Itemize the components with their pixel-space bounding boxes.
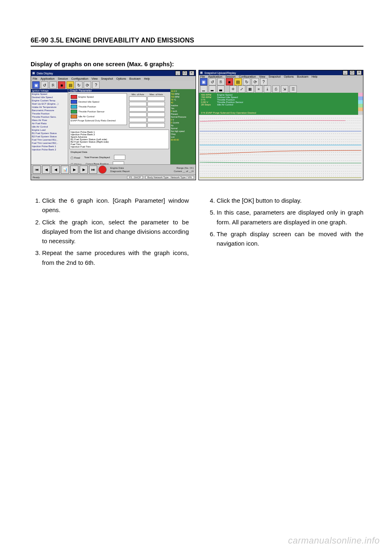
sidebar-item[interactable]: Engine Coolant Temp.: [31, 99, 68, 102]
menu-file[interactable]: File: [200, 75, 205, 78]
menubar[interactable]: File Application Session Configuration V…: [199, 75, 363, 78]
sidebar-item[interactable]: Desired Idle Speed: [31, 96, 68, 99]
menu-file[interactable]: File: [33, 77, 37, 80]
minimize-icon[interactable]: _: [175, 71, 180, 76]
menu-help[interactable]: Help: [312, 75, 317, 78]
toolbar-icon[interactable]: ↺: [41, 81, 48, 89]
sidebar-item[interactable]: Start Up ECT (Engine...): [31, 102, 68, 105]
cursor-pos-field[interactable]: [113, 161, 124, 164]
menu-bootcam[interactable]: Bootcam: [297, 75, 308, 78]
settings-icon[interactable]: ☰: [290, 85, 297, 93]
nav-next-icon[interactable]: ▶: [80, 166, 88, 174]
menubar[interactable]: File Application Session Configuration V…: [31, 76, 196, 81]
nav-rev-icon[interactable]: ◀: [51, 166, 60, 174]
max-field[interactable]: [147, 123, 165, 128]
min-field[interactable]: [129, 112, 147, 117]
list-item[interactable]: Injection Fuel Trim: [71, 145, 168, 148]
color-swatch-icon[interactable]: [71, 100, 77, 104]
graph-6-icon[interactable]: 📊: [61, 166, 69, 174]
sidebar-item[interactable]: B2 Fuel System Status: [31, 135, 68, 138]
min-field[interactable]: [129, 102, 147, 106]
sidebar-item[interactable]: Fuel Trim Learned B2(...: [31, 141, 68, 145]
sidebar-item[interactable]: Fuel Trim Learned B1(...: [31, 138, 68, 141]
maximize-icon[interactable]: ▢: [182, 71, 187, 76]
color-swatch-icon[interactable]: [71, 114, 77, 119]
minimize-icon[interactable]: _: [343, 70, 348, 75]
parameter-sidebar[interactable]: Ignition Voltage Engine Speed Desired Id…: [31, 89, 68, 164]
sidebar-item[interactable]: Engine Speed: [31, 92, 68, 96]
toolbar-icon[interactable]: ⎘: [217, 78, 225, 85]
sidebar-item[interactable]: Barometric Pressure: [31, 109, 68, 112]
menu-options[interactable]: Options: [284, 75, 294, 78]
grid-icon[interactable]: ▦: [247, 85, 254, 93]
min-field[interactable]: [129, 123, 147, 128]
graph-slot-list[interactable]: Engine Speed Desired Idle Speed Throttle…: [69, 93, 127, 125]
sidebar-item[interactable]: Idle Air Control: [31, 125, 68, 128]
graphs-area[interactable]: [199, 115, 363, 180]
nav-prev-icon[interactable]: ◀: [42, 166, 50, 174]
max-field[interactable]: [147, 112, 165, 117]
sidebar-item[interactable]: Throttle Position Sens.: [31, 115, 68, 119]
stop-icon[interactable]: ■: [58, 81, 65, 89]
toolbar-icon[interactable]: ▣: [32, 81, 40, 89]
menu-snapshot[interactable]: Snapshot: [269, 75, 281, 78]
nav-fwd-icon[interactable]: ▶: [70, 166, 78, 174]
menu-snapshot[interactable]: Snapshot: [101, 77, 113, 80]
menu-view[interactable]: View: [91, 77, 98, 80]
max-field[interactable]: [147, 102, 165, 106]
save-icon[interactable]: ⤓: [264, 85, 271, 93]
toolbar-icon[interactable]: ▣: [200, 78, 207, 85]
cursor-icon[interactable]: ✛: [229, 85, 237, 93]
toolbar-icon[interactable]: ↻: [75, 81, 82, 89]
toolbar-icon[interactable]: ⎘: [49, 81, 57, 89]
menu-session[interactable]: Session: [58, 77, 68, 80]
export-icon[interactable]: ⇲: [281, 85, 288, 93]
list-icon[interactable]: ≡: [255, 85, 263, 93]
color-swatch-icon[interactable]: [71, 105, 77, 109]
toolbar-icon[interactable]: ↺: [209, 78, 216, 85]
toolbar-icon[interactable]: ⟳: [252, 78, 259, 85]
nav-last-icon[interactable]: ⏭: [89, 166, 97, 174]
graph-2-icon[interactable]: ▂: [209, 85, 216, 93]
min-field[interactable]: [129, 107, 147, 112]
maximize-icon[interactable]: ▢: [350, 70, 355, 75]
max-field[interactable]: [147, 118, 165, 122]
graph-1-icon[interactable]: ▁: [200, 85, 207, 93]
folder-icon[interactable]: ▤: [234, 78, 242, 85]
sidebar-item[interactable]: Throttle Position: [31, 112, 68, 115]
print-icon[interactable]: ⎙: [272, 85, 280, 93]
sidebar-item[interactable]: Engine Load: [31, 128, 68, 132]
radio-sliding[interactable]: ◯ Sliding: [71, 163, 82, 165]
sidebar-item[interactable]: B1 Fuel System Status: [31, 132, 68, 135]
toolbar-icon[interactable]: ↻: [243, 78, 250, 85]
menu-session[interactable]: Session: [225, 75, 236, 78]
sidebar-item[interactable]: Injection Pulse Bank 2: [31, 148, 68, 151]
close-icon[interactable]: ×: [356, 70, 362, 75]
total-frames-field[interactable]: [114, 155, 125, 160]
menu-help[interactable]: Help: [144, 77, 149, 80]
menu-application[interactable]: Application: [40, 77, 54, 80]
radio-fixed[interactable]: ◯ Fixed: [71, 156, 80, 159]
sidebar-item[interactable]: Injection Pulse Bank 1: [31, 145, 68, 148]
sidebar-item[interactable]: Air Fuel Ratio: [31, 122, 68, 125]
stop-icon[interactable]: ■: [226, 78, 233, 85]
nav-first-icon[interactable]: ⏮: [33, 166, 41, 174]
zoom-icon[interactable]: ⤢: [238, 85, 245, 93]
toolbar-icon[interactable]: ⟳: [84, 81, 91, 89]
record-icon[interactable]: [98, 166, 107, 174]
folder-icon[interactable]: ▤: [67, 81, 74, 89]
help-icon[interactable]: ?: [260, 78, 267, 85]
menu-view[interactable]: View: [259, 75, 265, 78]
sidebar-item[interactable]: Intake Air Temperature: [31, 105, 68, 109]
min-field[interactable]: [129, 118, 147, 122]
sidebar-item[interactable]: Mass Air Flow: [31, 119, 68, 122]
parameter-picklist[interactable]: Injection Pulse Bank 1 Injection Pulse B…: [69, 130, 169, 149]
close-icon[interactable]: ×: [189, 71, 194, 76]
min-field[interactable]: [129, 96, 147, 101]
menu-configuration[interactable]: Configuration: [71, 77, 88, 80]
help-icon[interactable]: ?: [92, 81, 100, 89]
color-swatch-icon[interactable]: [71, 95, 77, 99]
menu-bootcam[interactable]: Bootcam: [129, 77, 141, 80]
menu-options[interactable]: Options: [116, 77, 126, 80]
sidebar-item-selected[interactable]: Ignition Voltage: [31, 89, 68, 92]
